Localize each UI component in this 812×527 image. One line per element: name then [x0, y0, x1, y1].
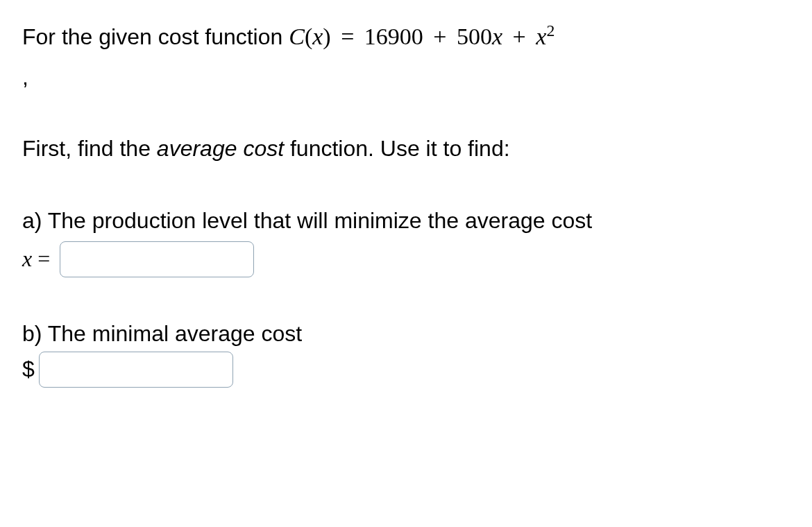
problem-intro: For the given cost function C(x) = 16900…: [22, 19, 790, 53]
part-b-input-row: $: [22, 352, 790, 388]
instruction-pre: First, find the: [22, 136, 157, 161]
instruction-emph: average cost: [157, 136, 284, 161]
exponent-2: 2: [546, 21, 555, 40]
cost-function-formula: C(x) = 16900 + 500x + x2: [289, 24, 555, 49]
plus-1: +: [423, 24, 457, 49]
equals-sign: =: [331, 24, 364, 49]
part-b-answer-input[interactable]: [39, 352, 233, 388]
part-b-prompt: b) The minimal average cost: [22, 319, 790, 349]
intro-prefix: For the given cost function: [22, 24, 289, 49]
constant-term: 16900: [364, 24, 423, 49]
part-a-answer-input[interactable]: [60, 241, 254, 277]
coef-500: 500: [457, 24, 492, 49]
instruction-text: First, find the average cost function. U…: [22, 134, 790, 164]
label-x-eq: =: [32, 246, 50, 271]
paren-close: ): [323, 24, 330, 49]
label-x-var: x: [22, 246, 32, 271]
variable-x-3: x: [536, 24, 546, 49]
trailing-comma: ,: [22, 62, 790, 92]
instruction-post: function. Use it to find:: [284, 136, 510, 161]
part-a-input-row: x =: [22, 241, 790, 277]
variable-x-1: x: [312, 24, 323, 49]
part-a-prompt: a) The production level that will minimi…: [22, 206, 790, 236]
variable-x-2: x: [492, 24, 502, 49]
x-equals-label: x =: [22, 244, 50, 274]
function-letter: C: [289, 24, 305, 49]
plus-2: +: [502, 24, 536, 49]
dollar-sign: $: [22, 354, 35, 384]
paren-open: (: [305, 24, 312, 49]
